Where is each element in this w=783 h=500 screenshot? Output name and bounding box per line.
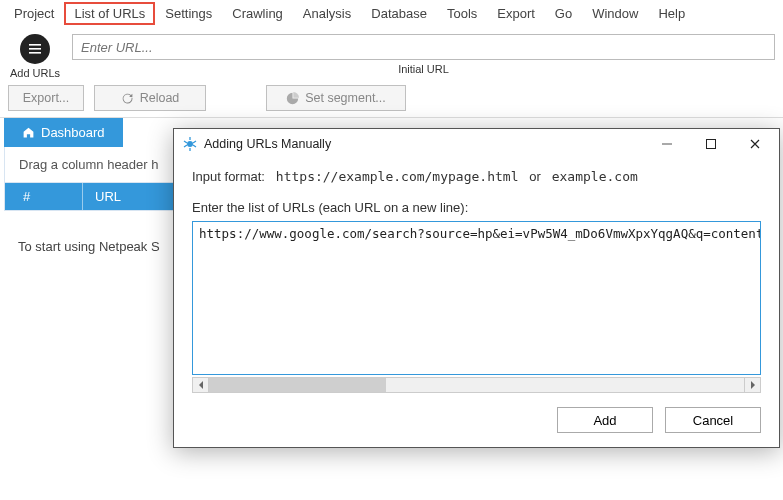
home-icon: [22, 126, 35, 139]
grid-col-num[interactable]: #: [5, 183, 83, 210]
svg-rect-0: [29, 44, 41, 46]
set-segment-label: Set segment...: [305, 91, 386, 105]
urls-textarea[interactable]: https://www.google.com/search?source=hp&…: [192, 221, 761, 375]
add-button[interactable]: Add: [557, 407, 653, 433]
reload-button-label: Reload: [140, 91, 180, 105]
menu-item-list-of-urls[interactable]: List of URLs: [64, 2, 155, 25]
scroll-thumb[interactable]: [209, 378, 386, 392]
dialog-footer: Add Cancel: [174, 393, 779, 447]
svg-rect-5: [707, 140, 716, 149]
input-format-example2: example.com: [552, 169, 638, 184]
input-format-or: or: [529, 169, 541, 184]
scroll-right-arrow[interactable]: [744, 378, 760, 392]
enter-urls-label: Enter the list of URLs (each URL on a ne…: [192, 200, 761, 215]
input-format-example1: https://example.com/mypage.html: [276, 169, 519, 184]
menu-item-database[interactable]: Database: [361, 2, 437, 25]
input-format-row: Input format: https://example.com/mypage…: [192, 169, 761, 184]
svg-rect-1: [29, 48, 41, 50]
add-urls-dialog: Adding URLs Manually Input format: https…: [173, 128, 780, 448]
menu-item-window[interactable]: Window: [582, 2, 648, 25]
spider-icon: [182, 136, 198, 152]
toolbar: Add URLs Initial URL: [0, 28, 783, 79]
menu-item-tools[interactable]: Tools: [437, 2, 487, 25]
horizontal-scrollbar[interactable]: [192, 377, 761, 393]
pie-icon: [286, 92, 299, 105]
minimize-button[interactable]: [645, 130, 689, 158]
menu-item-crawling[interactable]: Crawling: [222, 2, 293, 25]
add-urls-group: Add URLs: [8, 34, 62, 79]
list-icon: [27, 41, 43, 57]
tab-dashboard-label: Dashboard: [41, 125, 105, 140]
svg-point-3: [187, 141, 193, 147]
scroll-left-arrow[interactable]: [193, 378, 209, 392]
export-button-label: Export...: [23, 91, 70, 105]
set-segment-button[interactable]: Set segment...: [266, 85, 406, 111]
initial-url-label: Initial URL: [72, 63, 775, 75]
dialog-title: Adding URLs Manually: [204, 137, 645, 151]
add-urls-label: Add URLs: [10, 67, 60, 79]
export-button[interactable]: Export...: [8, 85, 84, 111]
close-button[interactable]: [733, 130, 777, 158]
menu-item-settings[interactable]: Settings: [155, 2, 222, 25]
reload-button[interactable]: Reload: [94, 85, 206, 111]
menu-item-analysis[interactable]: Analysis: [293, 2, 361, 25]
add-urls-button[interactable]: [20, 34, 50, 64]
scroll-track[interactable]: [209, 378, 744, 392]
menu-item-project[interactable]: Project: [4, 2, 64, 25]
menu-bar: ProjectList of URLsSettingsCrawlingAnaly…: [0, 0, 783, 28]
action-row: Export... Reload Set segment...: [0, 79, 783, 117]
cancel-button[interactable]: Cancel: [665, 407, 761, 433]
maximize-button[interactable]: [689, 130, 733, 158]
tab-dashboard[interactable]: Dashboard: [4, 118, 123, 147]
dialog-body: Input format: https://example.com/mypage…: [174, 159, 779, 393]
input-format-label: Input format:: [192, 169, 265, 184]
menu-item-help[interactable]: Help: [648, 2, 695, 25]
svg-rect-2: [29, 52, 41, 54]
menu-item-export[interactable]: Export: [487, 2, 545, 25]
dialog-title-bar[interactable]: Adding URLs Manually: [174, 129, 779, 159]
menu-item-go[interactable]: Go: [545, 2, 582, 25]
reload-icon: [121, 92, 134, 105]
url-input[interactable]: [72, 34, 775, 60]
urls-textarea-content: https://www.google.com/search?source=hp&…: [193, 222, 760, 245]
url-input-group: Initial URL: [72, 34, 775, 75]
svg-rect-4: [662, 144, 672, 145]
